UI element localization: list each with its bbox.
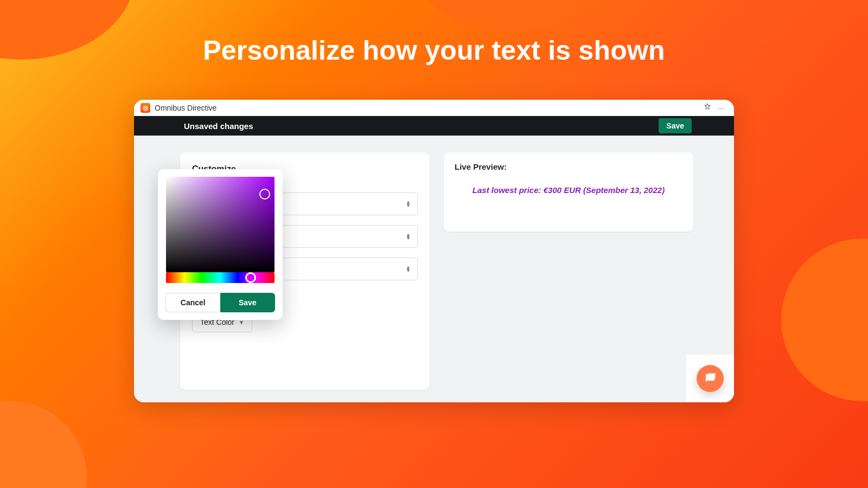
decorative-blob <box>0 401 87 488</box>
status-text: Unsaved changes <box>184 121 253 131</box>
picker-save-button[interactable]: Save <box>220 293 276 312</box>
color-cursor[interactable] <box>259 189 270 200</box>
hero-title: Personalize how your text is shown <box>0 35 868 66</box>
caret-down-icon: ▼ <box>239 319 244 325</box>
chevron-updown-icon: ▲▼ <box>406 266 411 272</box>
chat-icon <box>704 372 717 385</box>
chat-widget-container <box>686 355 734 402</box>
color-saturation-field[interactable] <box>166 177 275 272</box>
more-icon[interactable]: ··· <box>714 104 727 112</box>
app-logo-icon: ◎ <box>141 103 150 113</box>
app-window: ◎ Omnibus Directive ··· Unsaved changes … <box>134 100 734 402</box>
chat-fab-button[interactable] <box>697 365 724 392</box>
pin-icon[interactable] <box>700 103 714 112</box>
hue-thumb[interactable] <box>245 272 256 283</box>
content-area: Customize on) ▲▼ ▲▼ ▲▼ <box>134 136 734 402</box>
live-preview-card: Live Preview: Last lowest price: €300 EU… <box>443 152 694 232</box>
color-picker-popover: Cancel Save <box>158 169 283 320</box>
chevron-updown-icon: ▲▼ <box>406 201 411 207</box>
marketing-canvas: Personalize how your text is shown ◎ Omn… <box>0 0 868 488</box>
hue-slider[interactable] <box>166 272 275 283</box>
picker-cancel-button[interactable]: Cancel <box>165 293 220 312</box>
app-name: Omnibus Directive <box>155 104 216 112</box>
decorative-blob <box>412 0 608 33</box>
unsaved-changes-bar: Unsaved changes Save <box>134 116 734 136</box>
chevron-updown-icon: ▲▼ <box>406 233 411 240</box>
titlebar: ◎ Omnibus Directive ··· <box>134 100 734 116</box>
save-button[interactable]: Save <box>659 118 692 133</box>
preview-text: Last lowest price: €300 EUR (September 1… <box>455 185 682 195</box>
preview-title: Live Preview: <box>455 162 682 171</box>
decorative-blob <box>781 239 868 401</box>
